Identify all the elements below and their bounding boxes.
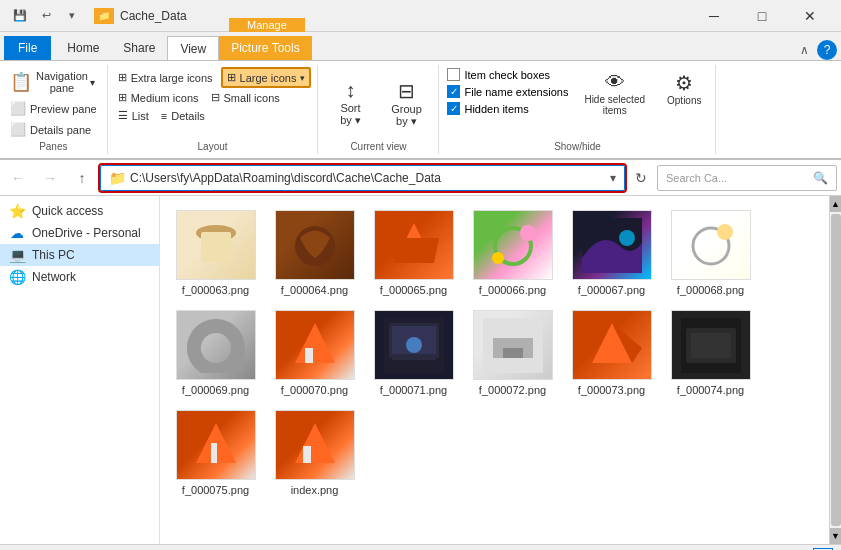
preview-pane-btn[interactable]: ⬜ Preview pane [6,99,101,118]
folder-addr-icon: 📁 [109,170,126,186]
svg-point-4 [520,225,536,241]
group-by-btn[interactable]: ⊟ Groupby ▾ [380,75,432,132]
item-check-boxes-checkbox[interactable] [447,68,460,81]
file-name-f000074: f_000074.png [677,384,744,396]
maximize-btn[interactable]: □ [739,0,785,32]
file-item-f000069[interactable]: f_000069.png [168,304,263,400]
file-name-f000068: f_000068.png [677,284,744,296]
quick-access-toolbar: 💾 ↩ ▾ [8,4,84,28]
svg-point-7 [619,230,635,246]
hide-selected-items-btn[interactable]: 👁 Hide selecteditems [576,67,653,120]
onedrive-icon: ☁ [8,225,26,241]
file-item-f000070[interactable]: f_000070.png [267,304,362,400]
file-item-f000067[interactable]: f_000067.png [564,204,659,300]
file-name-f000065: f_000065.png [380,284,447,296]
file-name-extensions-check[interactable]: ✓ File name extensions [445,84,570,99]
tab-picture-tools[interactable]: Picture Tools [219,36,311,60]
scroll-thumb[interactable] [831,214,841,526]
up-btn[interactable]: ↑ [68,164,96,192]
medium-label: Medium icons [131,92,199,104]
address-dropdown-icon[interactable]: ▾ [610,171,616,185]
details-icon: ≡ [161,110,167,122]
tab-home[interactable]: Home [55,36,111,60]
sort-icon: ↕ [345,79,355,102]
refresh-btn[interactable]: ↻ [629,166,653,190]
hidden-items-check[interactable]: ✓ Hidden items [445,101,570,116]
qat-save-btn[interactable]: 💾 [8,4,32,28]
file-item-f000072[interactable]: f_000072.png [465,304,560,400]
list-btn[interactable]: ☰ List [114,107,153,124]
details-btn[interactable]: ≡ Details [157,107,209,124]
small-icons-btn[interactable]: ⊟ Small icons [207,89,284,106]
file-item-f000071[interactable]: f_000071.png [366,304,461,400]
title-bar: 💾 ↩ ▾ 📁 Cache_Data ─ □ ✕ [0,0,841,32]
file-name-f000070: f_000070.png [281,384,348,396]
scroll-up-btn[interactable]: ▲ [830,196,842,212]
item-check-boxes-check[interactable]: Item check boxes [445,67,570,82]
options-icon: ⚙ [675,71,693,95]
tab-file[interactable]: File [4,36,51,60]
file-item-f000064[interactable]: f_000064.png [267,204,362,300]
file-item-f000075[interactable]: f_000075.png [168,404,263,500]
scrollbar[interactable]: ▲ ▼ [829,196,841,544]
scroll-down-btn[interactable]: ▼ [830,528,842,544]
file-item-f000073[interactable]: f_000073.png [564,304,659,400]
svg-rect-22 [303,446,311,463]
file-item-index[interactable]: index.png [267,404,362,500]
list-label: List [132,110,149,122]
options-btn[interactable]: ⚙ Options [659,67,709,110]
svg-rect-1 [201,232,231,262]
sidebar-item-onedrive[interactable]: ☁ OneDrive - Personal [0,222,159,244]
close-btn[interactable]: ✕ [787,0,833,32]
small-label: Small icons [224,92,280,104]
layout-top-row: ⊞ Extra large icons ⊞ Large icons ▾ [114,67,312,88]
file-item-f000074[interactable]: f_000074.png [663,304,758,400]
sidebar-item-quick-access[interactable]: ⭐ Quick access [0,200,159,222]
sort-by-btn[interactable]: ↕ Sortby ▾ [324,75,376,131]
nav-pane-dropdown-icon: ▾ [90,77,95,88]
file-thumb-f000063 [176,210,256,280]
minimize-btn[interactable]: ─ [691,0,737,32]
qat-undo-btn[interactable]: ↩ [34,4,58,28]
this-pc-label: This PC [32,248,75,262]
details-pane-btn[interactable]: ⬜ Details pane [6,120,95,139]
collapse-ribbon-btn[interactable]: ∧ [796,41,813,59]
file-name-f000067: f_000067.png [578,284,645,296]
back-btn[interactable]: ← [4,164,32,192]
tab-view[interactable]: View [167,36,219,60]
ribbon-group-current-view: ↕ Sortby ▾ ⊟ Groupby ▾ Current view [318,65,439,154]
ribbon-tabs-wrapper: Manage File Home Share View Picture Tool… [0,32,841,60]
file-thumb-f000072 [473,310,553,380]
hidden-items-checkbox[interactable]: ✓ [447,102,460,115]
help-btn[interactable]: ? [817,40,837,60]
file-name-extensions-checkbox[interactable]: ✓ [447,85,460,98]
sidebar-item-network[interactable]: 🌐 Network [0,266,159,288]
file-thumb-f000075 [176,410,256,480]
svg-rect-20 [691,333,731,358]
large-icons-label: Large icons [240,72,297,84]
tab-share[interactable]: Share [111,36,167,60]
file-item-f000063[interactable]: f_000063.png [168,204,263,300]
forward-btn[interactable]: → [36,164,64,192]
extra-large-icons-btn[interactable]: ⊞ Extra large icons [114,67,217,88]
file-name-f000075: f_000075.png [182,484,249,496]
medium-icons-btn[interactable]: ⊞ Medium icons [114,89,203,106]
sidebar-item-this-pc[interactable]: 💻 This PC [0,244,159,266]
show-hide-content: Item check boxes ✓ File name extensions … [445,67,709,139]
file-item-f000065[interactable]: f_000065.png [366,204,461,300]
file-thumb-f000069 [176,310,256,380]
svg-rect-10 [305,348,313,363]
network-label: Network [32,270,76,284]
file-item-f000066[interactable]: f_000066.png [465,204,560,300]
navigation-pane-btn[interactable]: 📋 Navigationpane ▾ [6,67,99,97]
file-item-f000068[interactable]: f_000068.png [663,204,758,300]
qat-dropdown-btn[interactable]: ▾ [60,4,84,28]
preview-pane-label: Preview pane [30,103,97,115]
details-label: Details [171,110,205,122]
search-placeholder: Search Ca... [666,172,727,184]
medium-icon: ⊞ [118,91,127,104]
large-icons-btn[interactable]: ⊞ Large icons ▾ [221,67,312,88]
layout-group-content: ⊞ Extra large icons ⊞ Large icons ▾ ⊞ Me… [114,67,312,139]
address-bar[interactable]: 📁 C:\Users\fy\AppData\Roaming\discord\Ca… [100,165,625,191]
search-box[interactable]: Search Ca... 🔍 [657,165,837,191]
